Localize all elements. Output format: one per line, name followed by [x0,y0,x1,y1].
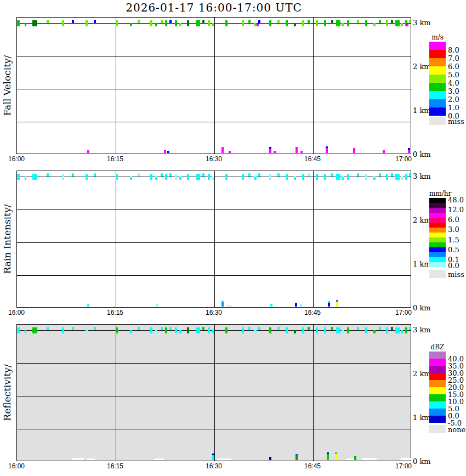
surface-mark-cap [212,454,214,455]
gridline-horizontal [17,429,411,429]
echo-mark [138,327,140,330]
echo-mark [269,174,271,180]
figure: 2026-01-17 16:00-17:00 UTC Fall Velocity… [0,0,466,476]
echo-mark [401,177,403,180]
surface-mark [221,302,224,307]
surface-mark [87,304,89,307]
echo-mark [187,20,189,26]
echo-mark [155,330,157,333]
echo-mark [17,327,20,333]
colorbar-tick-label: 2.0 [448,95,459,104]
colorbar-segment [429,107,446,116]
echo-mark [331,20,333,23]
echo-mark [165,174,167,180]
surface-mark [269,149,271,153]
echo-mark [179,330,181,333]
colorbar-segment [429,416,446,423]
time-tick-label: 16:45 [304,155,321,163]
echo-mark [365,20,367,26]
echo-mark [225,20,228,26]
echo-mark [294,23,296,26]
colorbar-segment [429,42,446,50]
time-tick-label: 16:00 [8,155,25,163]
surface-mark [408,150,410,153]
colorbar-tick-label: 8.0 [448,46,459,54]
colorbar-missing-swatch [429,270,446,278]
echo-mark [248,173,251,177]
gridline-horizontal [17,363,411,364]
echo-mark [25,177,26,180]
echo-mark [116,327,118,333]
gridline-vertical [313,18,314,154]
surface-mark [274,151,276,153]
echo-mark [409,20,411,23]
echo-mark [386,174,388,180]
colorbar-missing-swatch [429,425,446,433]
echo-mark [373,177,376,180]
surface-mark [295,456,298,460]
colorbar-segment [429,242,446,247]
colorbar-segment [429,247,446,252]
echo-mark [175,20,177,26]
time-tick-label: 16:30 [206,155,222,163]
echo-mark [242,20,244,26]
colorbar-segment [429,223,446,228]
echo-mark [202,173,204,177]
echo-mark [401,23,403,26]
colorbar-tick-label: 7.0 [448,54,459,63]
surface-mark [295,147,298,153]
echo-mark [316,20,318,26]
echo-mark [277,20,280,23]
plot-area [16,171,411,308]
panel-title-rain-intensity: Rain Intensity/ [2,205,13,274]
echo-mark [254,177,257,180]
echo-mark [116,20,118,26]
echo-mark [395,20,400,26]
echo-mark [405,174,407,180]
echo-mark [72,20,74,23]
surface-mark-cap [335,452,337,454]
echo-mark [155,23,157,26]
time-tick-label: 16:45 [304,462,321,470]
echo-mark [116,174,118,180]
echo-mark [316,327,318,333]
surface-mark [87,150,89,153]
colorbar-segment [429,66,446,75]
colorbar-tick-label: 0.5 [448,246,459,254]
echo-mark [405,327,407,333]
echo-mark [212,177,214,180]
echo-mark [294,330,296,333]
echo-mark [17,20,20,26]
gridline-vertical [214,171,215,307]
panel-rain-intensity: Rain Intensity/ 3 km2 km1 km0 km16:0016:… [0,171,466,319]
echo-mark [187,174,189,180]
colorbar-segment [429,387,446,394]
echo-mark [373,23,376,26]
echo-mark [342,177,344,180]
time-tick-label: 16:00 [8,309,25,316]
colorbar-tick-label: 3.0 [448,87,459,95]
colorbar-segment [429,58,446,66]
colorbar-segment [429,366,446,373]
height-tick-label: 3 km [413,172,437,180]
surface-mark [300,304,302,307]
colorbar-missing-label: miss [448,270,464,279]
echo-mark [302,327,304,333]
gridline-horizontal [17,209,411,210]
surface-mark-cap [328,301,330,303]
time-tick-label: 16:15 [107,309,123,316]
echo-mark [401,330,403,333]
echo-mark [324,174,326,180]
gridline-vertical [214,18,215,154]
colorbar-tick-label: 48.0 [448,196,464,204]
echo-mark [208,174,210,180]
gridline-vertical [116,171,116,307]
echo-mark [225,174,228,180]
gridline-vertical [116,325,116,461]
plot-area [16,324,411,461]
colorbar-title: mm/hr [429,190,446,197]
echo-mark [395,174,400,180]
echo-mark [324,327,326,333]
height-tick-label: 3 km [413,19,437,27]
surface-mark-cap [336,300,338,302]
